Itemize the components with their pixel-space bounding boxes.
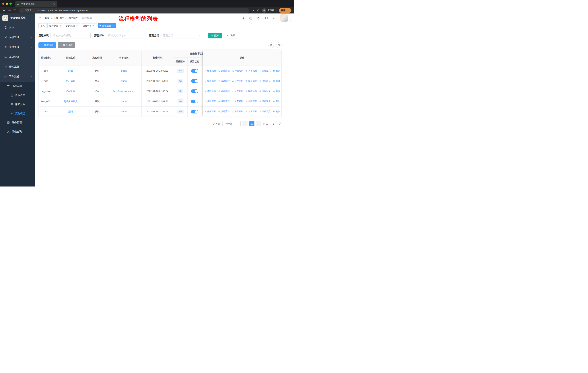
- publish-process-action[interactable]: 发布流程: [245, 69, 257, 72]
- page-size-select[interactable]: 10条/页: [222, 121, 241, 126]
- view-tag-2[interactable]: 我的流程: [64, 23, 80, 28]
- breadcrumb-item[interactable]: 流程管理: [68, 16, 78, 20]
- forward-icon[interactable]: [8, 9, 11, 12]
- breadcrumb-item[interactable]: 首页: [44, 16, 50, 20]
- design-process-action[interactable]: 设计流程: [218, 110, 230, 113]
- modify-process-action[interactable]: 修改流程: [205, 69, 216, 72]
- form-info-link[interactable]: biubiu: [121, 110, 127, 113]
- toggle-search-button[interactable]: [268, 42, 274, 48]
- sidebar-item-infra[interactable]: 基础设施: [0, 52, 35, 62]
- design-process-action[interactable]: 设计流程: [218, 69, 230, 72]
- tab-close-icon[interactable]: [53, 3, 55, 5]
- view-tag-4[interactable]: 流程模型: [98, 23, 116, 28]
- modify-process-action[interactable]: 修改流程: [205, 80, 216, 82]
- form-info-link[interactable]: biubiu: [121, 69, 127, 72]
- form-info-link[interactable]: biubiu: [121, 80, 127, 82]
- process-name-link[interactable]: OA 请假: [66, 90, 75, 92]
- reset-button[interactable]: 重置: [224, 33, 238, 39]
- close-tag-icon[interactable]: [93, 25, 95, 27]
- reload-icon[interactable]: [13, 9, 16, 12]
- url-bar[interactable]: 不安全 | dashboard.yudao.iocoder.cn/bpm/man…: [19, 8, 249, 13]
- close-tag-icon[interactable]: [76, 25, 78, 27]
- assign-rules-action[interactable]: 分配规则: [232, 100, 243, 103]
- user-avatar[interactable]: [280, 14, 288, 22]
- form-info-link[interactable]: /bpm/oa/leave/create: [113, 90, 135, 92]
- back-icon[interactable]: [2, 9, 6, 12]
- close-window-button[interactable]: [2, 2, 4, 5]
- sidebar-item-leave-query[interactable]: 请假查询: [0, 127, 35, 136]
- publish-process-action[interactable]: 发布流程: [245, 90, 257, 93]
- sidebar-item-task-mgmt[interactable]: 任务管理: [0, 118, 35, 127]
- page-1-button[interactable]: 1: [249, 121, 254, 126]
- sidebar-item-devtools[interactable]: 研发工具: [0, 62, 35, 72]
- design-process-action[interactable]: 设计流程: [218, 100, 230, 103]
- process-name-link[interactable]: 自己审批: [66, 80, 75, 82]
- process-definition-action[interactable]: 流程定义: [259, 69, 271, 72]
- design-process-action[interactable]: 设计流程: [218, 90, 230, 93]
- update-button[interactable]: 更新: [279, 8, 292, 13]
- publish-process-action[interactable]: 发布流程: [245, 110, 257, 113]
- close-tag-icon[interactable]: [112, 25, 114, 27]
- sidebar-item-process-mgmt[interactable]: 流程管理: [0, 81, 35, 91]
- next-page-button[interactable]: [256, 121, 261, 126]
- delete-action[interactable]: 删除: [273, 90, 280, 93]
- sidebar-item-process-form[interactable]: 流程表单: [0, 91, 35, 100]
- refresh-table-button[interactable]: [276, 42, 282, 48]
- assign-rules-action[interactable]: 分配规则: [232, 110, 243, 113]
- create-process-button[interactable]: 新建流程: [38, 42, 56, 48]
- delete-action[interactable]: 删除: [273, 110, 280, 113]
- process-definition-action[interactable]: 流程定义: [259, 110, 271, 113]
- publish-process-action[interactable]: 发布流程: [245, 100, 257, 103]
- delete-action[interactable]: 删除: [273, 100, 280, 103]
- new-tab-button[interactable]: [60, 2, 63, 5]
- process-definition-action[interactable]: 流程定义: [259, 80, 271, 82]
- zoom-window-button[interactable]: [10, 2, 12, 5]
- view-tag-3[interactable]: 流程表单: [81, 23, 97, 28]
- sidebar-item-user-group[interactable]: 用户分组: [0, 100, 35, 109]
- minimize-window-button[interactable]: [6, 2, 8, 5]
- font-size-icon[interactable]: TT: [273, 17, 276, 20]
- sidebar-item-system[interactable]: 系统管理: [0, 32, 35, 42]
- hamburger-icon[interactable]: [38, 16, 42, 20]
- active-status-toggle[interactable]: [191, 90, 198, 93]
- search-button[interactable]: 搜索: [208, 33, 222, 39]
- search-icon[interactable]: [241, 16, 245, 20]
- goto-page-input[interactable]: [270, 121, 277, 126]
- process-name-input[interactable]: [106, 33, 146, 39]
- form-info-link[interactable]: biubiu: [121, 100, 127, 103]
- import-process-button[interactable]: 导入流程: [58, 42, 75, 48]
- breadcrumb-item[interactable]: 工作流程: [53, 16, 64, 20]
- assign-rules-action[interactable]: 分配规则: [232, 69, 243, 72]
- password-key-icon[interactable]: [252, 9, 254, 12]
- help-icon[interactable]: [257, 16, 261, 20]
- view-tag-1[interactable]: 租户管理: [47, 23, 63, 28]
- process-name-link[interactable]: 测试多审批人: [64, 100, 78, 103]
- design-process-action[interactable]: 设计流程: [218, 80, 230, 82]
- close-tag-icon[interactable]: [59, 25, 62, 27]
- delete-action[interactable]: 删除: [273, 69, 280, 72]
- active-status-toggle[interactable]: [191, 100, 198, 103]
- modify-process-action[interactable]: 修改流程: [205, 90, 216, 93]
- active-status-toggle[interactable]: [191, 110, 198, 113]
- browser-menu-icon[interactable]: [287, 9, 289, 12]
- fullscreen-icon[interactable]: [265, 17, 268, 20]
- sidebar-item-process-model[interactable]: 流程模型: [0, 109, 35, 118]
- view-tag-0[interactable]: 首页: [38, 23, 46, 28]
- github-icon[interactable]: [249, 16, 253, 20]
- publish-process-action[interactable]: 发布流程: [245, 80, 257, 82]
- active-status-toggle[interactable]: [191, 79, 198, 83]
- browser-tab[interactable]: 芋道管理系统: [15, 1, 57, 7]
- assign-rules-action[interactable]: 分配规则: [232, 90, 243, 93]
- delete-action[interactable]: 删除: [273, 80, 280, 82]
- process-name-link[interactable]: eeee: [68, 69, 73, 72]
- process-definition-action[interactable]: 流程定义: [259, 100, 271, 103]
- modify-process-action[interactable]: 修改流程: [205, 100, 216, 103]
- bookmark-star-icon[interactable]: [257, 9, 260, 12]
- active-status-toggle[interactable]: [191, 69, 198, 73]
- sidebar-item-home[interactable]: 首页: [0, 23, 35, 32]
- prev-page-button[interactable]: [242, 121, 248, 126]
- sidebar-item-workflow[interactable]: 工作流程: [0, 72, 35, 81]
- process-definition-action[interactable]: 流程定义: [259, 90, 271, 93]
- process-category-select[interactable]: 流程分类: [161, 33, 203, 39]
- process-name-link[interactable]: 滔博: [68, 110, 73, 113]
